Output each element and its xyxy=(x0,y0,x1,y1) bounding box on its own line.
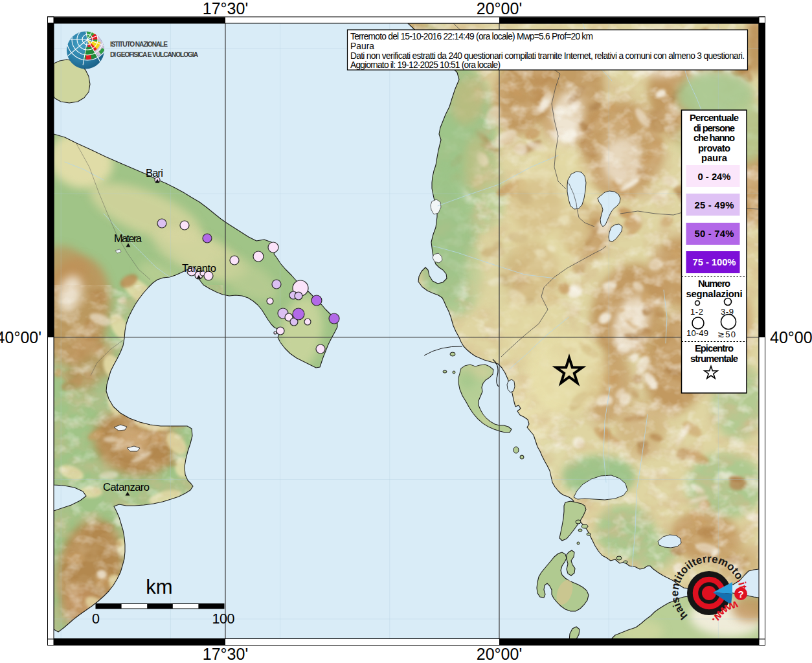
svg-text:segnalazioni: segnalazioni xyxy=(686,289,743,299)
svg-text:Taranto: Taranto xyxy=(182,262,216,274)
svg-text:17°30': 17°30' xyxy=(203,0,248,17)
svg-text:Catanzaro: Catanzaro xyxy=(103,481,150,493)
svg-text:Bari: Bari xyxy=(146,167,163,179)
svg-text:strumentale: strumentale xyxy=(690,354,738,364)
svg-text:?: ? xyxy=(738,589,743,600)
svg-text:100: 100 xyxy=(212,611,235,627)
svg-text:1-2: 1-2 xyxy=(690,307,703,317)
svg-text:17°30': 17°30' xyxy=(203,645,248,663)
svg-text:km: km xyxy=(146,576,172,598)
svg-text:20°00': 20°00' xyxy=(477,645,522,663)
svg-text:Numero: Numero xyxy=(698,278,730,289)
svg-text:10-49: 10-49 xyxy=(686,328,708,338)
svg-text:Terremoto del 15-10-2016 22:14: Terremoto del 15-10-2016 22:14:49 (ora l… xyxy=(350,32,593,41)
svg-text:75 - 100%: 75 - 100% xyxy=(693,257,736,267)
svg-text:Aggiornato il: 19-12-2025 10:5: Aggiornato il: 19-12-2025 10:51 (ora loc… xyxy=(350,60,501,70)
svg-text:ISTITUTO NAZIONALE: ISTITUTO NAZIONALE xyxy=(110,41,168,48)
svg-text:DI GEOFISICA E VULCANOLOGIA: DI GEOFISICA E VULCANOLOGIA xyxy=(110,51,199,58)
svg-text:50 - 74%: 50 - 74% xyxy=(695,229,734,239)
svg-text:≳50: ≳50 xyxy=(717,330,736,339)
svg-text:Percentuale: Percentuale xyxy=(690,113,739,123)
svg-text:40°00': 40°00' xyxy=(770,328,812,346)
svg-text:20°00': 20°00' xyxy=(477,0,522,17)
svg-text:di persone: di persone xyxy=(694,123,735,133)
svg-text:che hanno: che hanno xyxy=(694,133,735,143)
svg-text:40°00': 40°00' xyxy=(0,328,41,346)
svg-text:Matera: Matera xyxy=(114,232,142,244)
svg-text:25 - 49%: 25 - 49% xyxy=(695,200,734,210)
svg-text:Epicentro: Epicentro xyxy=(695,343,734,354)
svg-text:paura: paura xyxy=(701,153,728,163)
svg-text:Paura: Paura xyxy=(350,41,374,51)
svg-text:0 - 24%: 0 - 24% xyxy=(698,172,731,182)
svg-text:Dati non verificati estratti d: Dati non verificati estratti da 240 ques… xyxy=(350,51,745,61)
svg-text:0: 0 xyxy=(92,611,100,627)
svg-text:provato: provato xyxy=(698,143,730,153)
